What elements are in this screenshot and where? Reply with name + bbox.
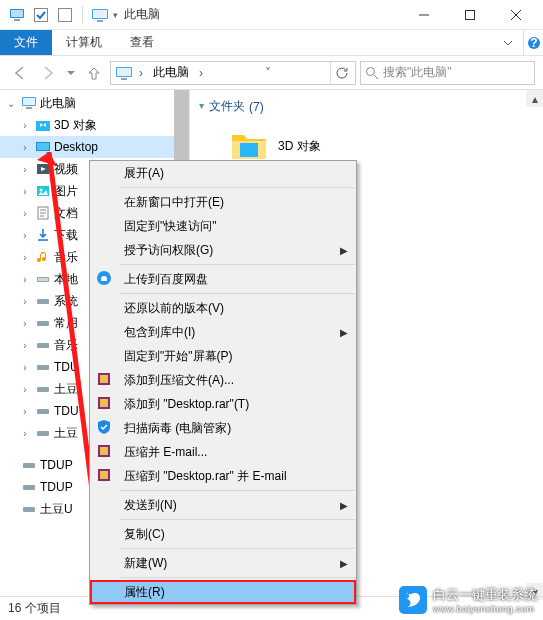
close-button[interactable] [493, 0, 539, 30]
chevron-right-icon[interactable]: › [197, 66, 205, 80]
drive-icon [20, 478, 38, 496]
svg-point-14 [367, 67, 375, 75]
address-bar[interactable]: › 此电脑 › ˅ [110, 61, 356, 85]
up-button[interactable] [82, 61, 106, 85]
drive-icon [34, 270, 52, 288]
group-header[interactable]: ▸ 文件夹 (7) [200, 98, 533, 115]
tab-computer[interactable]: 计算机 [52, 30, 116, 55]
search-icon [365, 66, 379, 80]
breadcrumb[interactable]: 此电脑 [149, 64, 193, 81]
watermark-url: www.baiyunxitong.com [433, 604, 537, 614]
folder-item[interactable]: 3D 对象 [230, 129, 533, 163]
menu-baidu-upload[interactable]: 上传到百度网盘 [90, 267, 356, 291]
expand-icon[interactable]: › [18, 318, 32, 329]
menu-restore-versions[interactable]: 还原以前的版本(V) [90, 296, 356, 320]
winrar-icon [96, 443, 114, 461]
menu-grant-access[interactable]: 授予访问权限(G)▶ [90, 238, 356, 262]
checkbox-icon[interactable] [56, 6, 74, 24]
svg-rect-16 [23, 98, 35, 105]
content-scrollbar[interactable]: ▴ ▾ [526, 90, 543, 600]
tree-item-selected[interactable]: ›Desktop [0, 136, 189, 158]
winrar-icon [96, 395, 114, 413]
expand-icon[interactable]: › [18, 406, 32, 417]
collapse-icon[interactable]: ⌄ [4, 98, 18, 109]
minimize-button[interactable] [401, 0, 447, 30]
menu-open-new-window[interactable]: 在新窗口中打开(E) [90, 190, 356, 214]
expand-icon[interactable]: › [18, 428, 32, 439]
drive-icon [20, 500, 38, 518]
help-button[interactable]: ? [523, 30, 543, 55]
qat-dropdown-icon[interactable]: ▾ [113, 10, 118, 20]
ribbon-expand-icon[interactable] [493, 30, 523, 55]
expand-icon[interactable]: › [18, 186, 32, 197]
tree-label: 视频 [54, 161, 78, 178]
forward-button[interactable] [36, 61, 60, 85]
expand-icon[interactable]: › [18, 120, 32, 131]
pc-icon [20, 94, 38, 112]
menu-pin-quick-access[interactable]: 固定到"快速访问" [90, 214, 356, 238]
menu-scan-virus[interactable]: 扫描病毒 (电脑管家) [90, 416, 356, 440]
svg-rect-29 [37, 343, 49, 348]
tree-root[interactable]: ⌄ 此电脑 [0, 92, 189, 114]
menu-rar-email-to[interactable]: 压缩到 "Desktop.rar" 并 E-mail [90, 464, 356, 488]
svg-rect-20 [37, 143, 49, 150]
svg-rect-3 [35, 8, 48, 21]
expand-icon[interactable]: › [18, 208, 32, 219]
folder-3d-icon [230, 129, 268, 163]
svg-rect-40 [100, 375, 108, 383]
expand-icon[interactable]: › [18, 164, 32, 175]
svg-rect-33 [37, 431, 49, 436]
menu-include-library[interactable]: 包含到库中(I)▶ [90, 320, 356, 344]
tree-item[interactable]: ›3D 对象 [0, 114, 189, 136]
menu-new[interactable]: 新建(W)▶ [90, 551, 356, 575]
expand-icon[interactable]: › [18, 142, 32, 153]
pc-icon[interactable] [8, 6, 26, 24]
back-button[interactable] [8, 61, 32, 85]
menu-separator [120, 519, 355, 520]
menu-send-to[interactable]: 发送到(N)▶ [90, 493, 356, 517]
menu-rar-email[interactable]: 压缩并 E-mail... [90, 440, 356, 464]
expand-icon[interactable]: › [18, 340, 32, 351]
tab-view[interactable]: 查看 [116, 30, 168, 55]
expand-icon[interactable]: › [18, 296, 32, 307]
tree-label: 3D 对象 [54, 117, 97, 134]
scroll-up-icon[interactable]: ▴ [526, 90, 543, 107]
svg-rect-30 [37, 365, 49, 370]
watermark-title: 白云一键重装系统 [433, 586, 537, 604]
chevron-down-icon[interactable]: ▸ [197, 104, 208, 109]
tree-label: 土豆U [40, 501, 73, 518]
music-icon [34, 248, 52, 266]
expand-icon[interactable]: › [18, 384, 32, 395]
tree-label: 音乐 [54, 337, 78, 354]
chevron-right-icon[interactable]: › [137, 66, 145, 80]
window-icon [91, 6, 109, 24]
drive-icon [34, 358, 52, 376]
expand-icon[interactable]: › [18, 362, 32, 373]
group-count: (7) [249, 100, 264, 114]
recent-dropdown-icon[interactable] [64, 61, 78, 85]
expand-icon[interactable]: › [18, 252, 32, 263]
expand-icon[interactable]: › [18, 230, 32, 241]
menu-expand[interactable]: 展开(A) [90, 161, 356, 185]
expand-icon[interactable]: › [18, 274, 32, 285]
menu-separator [120, 548, 355, 549]
folder-label: 3D 对象 [278, 138, 321, 155]
shield-icon [96, 419, 114, 437]
tab-file[interactable]: 文件 [0, 30, 52, 55]
baidu-icon [96, 270, 114, 288]
submenu-arrow-icon: ▶ [340, 245, 356, 256]
refresh-button[interactable] [330, 62, 353, 84]
winrar-icon [96, 467, 114, 485]
svg-rect-42 [100, 399, 108, 407]
menu-pin-start[interactable]: 固定到"开始"屏幕(P) [90, 344, 356, 368]
menu-rar-add-to[interactable]: 添加到 "Desktop.rar"(T) [90, 392, 356, 416]
menu-copy[interactable]: 复制(C) [90, 522, 356, 546]
menu-properties[interactable]: 属性(R) [90, 580, 356, 604]
maximize-button[interactable] [447, 0, 493, 30]
menu-rar-add[interactable]: 添加到压缩文件(A)... [90, 368, 356, 392]
separator [82, 6, 83, 24]
tree-label: 下载 [54, 227, 78, 244]
checkbox-checked-icon[interactable] [32, 6, 50, 24]
dropdown-icon[interactable]: ˅ [261, 62, 275, 84]
search-input[interactable]: 搜索"此电脑" [360, 61, 535, 85]
